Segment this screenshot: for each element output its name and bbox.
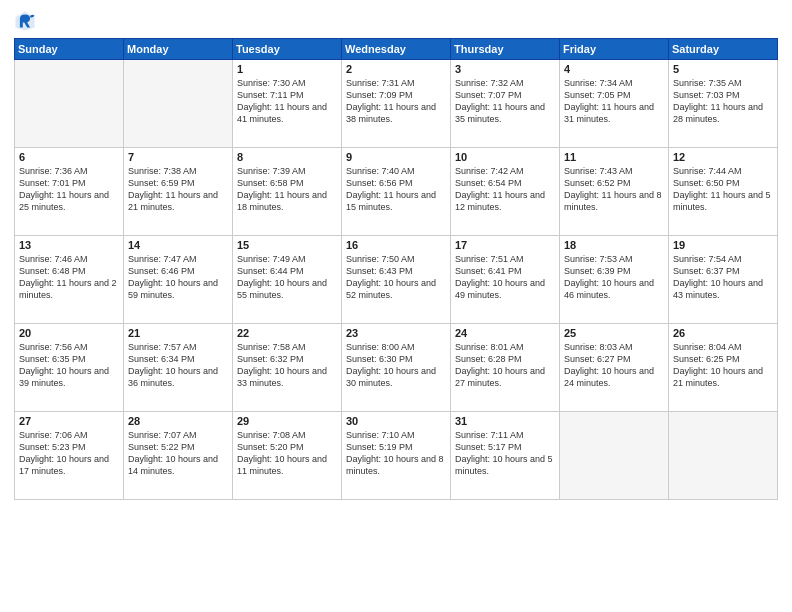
day-info: Sunrise: 7:31 AM Sunset: 7:09 PM Dayligh… <box>346 77 446 126</box>
day-cell: 16Sunrise: 7:50 AM Sunset: 6:43 PM Dayli… <box>342 236 451 324</box>
day-info: Sunrise: 7:30 AM Sunset: 7:11 PM Dayligh… <box>237 77 337 126</box>
day-number: 9 <box>346 151 446 163</box>
day-number: 23 <box>346 327 446 339</box>
day-info: Sunrise: 7:43 AM Sunset: 6:52 PM Dayligh… <box>564 165 664 214</box>
day-cell: 11Sunrise: 7:43 AM Sunset: 6:52 PM Dayli… <box>560 148 669 236</box>
day-cell: 3Sunrise: 7:32 AM Sunset: 7:07 PM Daylig… <box>451 60 560 148</box>
day-info: Sunrise: 7:50 AM Sunset: 6:43 PM Dayligh… <box>346 253 446 302</box>
logo <box>14 10 38 32</box>
day-cell: 17Sunrise: 7:51 AM Sunset: 6:41 PM Dayli… <box>451 236 560 324</box>
day-cell: 14Sunrise: 7:47 AM Sunset: 6:46 PM Dayli… <box>124 236 233 324</box>
day-number: 4 <box>564 63 664 75</box>
day-number: 16 <box>346 239 446 251</box>
day-cell: 2Sunrise: 7:31 AM Sunset: 7:09 PM Daylig… <box>342 60 451 148</box>
col-header-tuesday: Tuesday <box>233 39 342 60</box>
day-cell: 26Sunrise: 8:04 AM Sunset: 6:25 PM Dayli… <box>669 324 778 412</box>
day-cell: 9Sunrise: 7:40 AM Sunset: 6:56 PM Daylig… <box>342 148 451 236</box>
day-cell: 21Sunrise: 7:57 AM Sunset: 6:34 PM Dayli… <box>124 324 233 412</box>
day-number: 13 <box>19 239 119 251</box>
col-header-saturday: Saturday <box>669 39 778 60</box>
day-cell: 20Sunrise: 7:56 AM Sunset: 6:35 PM Dayli… <box>15 324 124 412</box>
day-cell: 15Sunrise: 7:49 AM Sunset: 6:44 PM Dayli… <box>233 236 342 324</box>
week-row-2: 6Sunrise: 7:36 AM Sunset: 7:01 PM Daylig… <box>15 148 778 236</box>
day-info: Sunrise: 7:40 AM Sunset: 6:56 PM Dayligh… <box>346 165 446 214</box>
day-cell: 13Sunrise: 7:46 AM Sunset: 6:48 PM Dayli… <box>15 236 124 324</box>
day-number: 24 <box>455 327 555 339</box>
page-container: SundayMondayTuesdayWednesdayThursdayFrid… <box>0 0 792 510</box>
day-cell: 31Sunrise: 7:11 AM Sunset: 5:17 PM Dayli… <box>451 412 560 500</box>
calendar: SundayMondayTuesdayWednesdayThursdayFrid… <box>14 38 778 500</box>
day-info: Sunrise: 7:47 AM Sunset: 6:46 PM Dayligh… <box>128 253 228 302</box>
day-info: Sunrise: 8:03 AM Sunset: 6:27 PM Dayligh… <box>564 341 664 390</box>
day-cell: 7Sunrise: 7:38 AM Sunset: 6:59 PM Daylig… <box>124 148 233 236</box>
day-number: 8 <box>237 151 337 163</box>
calendar-header-row: SundayMondayTuesdayWednesdayThursdayFrid… <box>15 39 778 60</box>
day-info: Sunrise: 7:08 AM Sunset: 5:20 PM Dayligh… <box>237 429 337 478</box>
week-row-5: 27Sunrise: 7:06 AM Sunset: 5:23 PM Dayli… <box>15 412 778 500</box>
col-header-sunday: Sunday <box>15 39 124 60</box>
day-cell: 25Sunrise: 8:03 AM Sunset: 6:27 PM Dayli… <box>560 324 669 412</box>
day-cell: 19Sunrise: 7:54 AM Sunset: 6:37 PM Dayli… <box>669 236 778 324</box>
day-cell: 22Sunrise: 7:58 AM Sunset: 6:32 PM Dayli… <box>233 324 342 412</box>
day-cell: 12Sunrise: 7:44 AM Sunset: 6:50 PM Dayli… <box>669 148 778 236</box>
day-number: 19 <box>673 239 773 251</box>
day-number: 27 <box>19 415 119 427</box>
day-info: Sunrise: 7:42 AM Sunset: 6:54 PM Dayligh… <box>455 165 555 214</box>
day-number: 30 <box>346 415 446 427</box>
day-info: Sunrise: 7:58 AM Sunset: 6:32 PM Dayligh… <box>237 341 337 390</box>
day-info: Sunrise: 7:35 AM Sunset: 7:03 PM Dayligh… <box>673 77 773 126</box>
day-info: Sunrise: 7:34 AM Sunset: 7:05 PM Dayligh… <box>564 77 664 126</box>
day-number: 21 <box>128 327 228 339</box>
day-info: Sunrise: 7:32 AM Sunset: 7:07 PM Dayligh… <box>455 77 555 126</box>
day-number: 7 <box>128 151 228 163</box>
day-info: Sunrise: 7:06 AM Sunset: 5:23 PM Dayligh… <box>19 429 119 478</box>
day-number: 15 <box>237 239 337 251</box>
day-cell: 4Sunrise: 7:34 AM Sunset: 7:05 PM Daylig… <box>560 60 669 148</box>
day-info: Sunrise: 7:57 AM Sunset: 6:34 PM Dayligh… <box>128 341 228 390</box>
day-number: 28 <box>128 415 228 427</box>
day-info: Sunrise: 7:51 AM Sunset: 6:41 PM Dayligh… <box>455 253 555 302</box>
logo-icon <box>14 10 36 32</box>
day-cell: 1Sunrise: 7:30 AM Sunset: 7:11 PM Daylig… <box>233 60 342 148</box>
day-cell: 5Sunrise: 7:35 AM Sunset: 7:03 PM Daylig… <box>669 60 778 148</box>
col-header-wednesday: Wednesday <box>342 39 451 60</box>
day-info: Sunrise: 7:10 AM Sunset: 5:19 PM Dayligh… <box>346 429 446 478</box>
day-number: 2 <box>346 63 446 75</box>
day-number: 11 <box>564 151 664 163</box>
day-info: Sunrise: 7:36 AM Sunset: 7:01 PM Dayligh… <box>19 165 119 214</box>
day-number: 25 <box>564 327 664 339</box>
day-number: 3 <box>455 63 555 75</box>
day-cell: 23Sunrise: 8:00 AM Sunset: 6:30 PM Dayli… <box>342 324 451 412</box>
day-number: 6 <box>19 151 119 163</box>
day-cell: 18Sunrise: 7:53 AM Sunset: 6:39 PM Dayli… <box>560 236 669 324</box>
day-info: Sunrise: 8:04 AM Sunset: 6:25 PM Dayligh… <box>673 341 773 390</box>
day-info: Sunrise: 7:46 AM Sunset: 6:48 PM Dayligh… <box>19 253 119 302</box>
day-cell: 28Sunrise: 7:07 AM Sunset: 5:22 PM Dayli… <box>124 412 233 500</box>
day-info: Sunrise: 8:00 AM Sunset: 6:30 PM Dayligh… <box>346 341 446 390</box>
day-cell: 8Sunrise: 7:39 AM Sunset: 6:58 PM Daylig… <box>233 148 342 236</box>
day-info: Sunrise: 7:11 AM Sunset: 5:17 PM Dayligh… <box>455 429 555 478</box>
day-info: Sunrise: 7:07 AM Sunset: 5:22 PM Dayligh… <box>128 429 228 478</box>
day-number: 29 <box>237 415 337 427</box>
day-cell: 6Sunrise: 7:36 AM Sunset: 7:01 PM Daylig… <box>15 148 124 236</box>
day-cell: 30Sunrise: 7:10 AM Sunset: 5:19 PM Dayli… <box>342 412 451 500</box>
day-number: 1 <box>237 63 337 75</box>
day-number: 20 <box>19 327 119 339</box>
day-number: 14 <box>128 239 228 251</box>
day-number: 10 <box>455 151 555 163</box>
week-row-1: 1Sunrise: 7:30 AM Sunset: 7:11 PM Daylig… <box>15 60 778 148</box>
col-header-friday: Friday <box>560 39 669 60</box>
day-number: 12 <box>673 151 773 163</box>
day-cell <box>15 60 124 148</box>
day-info: Sunrise: 7:39 AM Sunset: 6:58 PM Dayligh… <box>237 165 337 214</box>
week-row-3: 13Sunrise: 7:46 AM Sunset: 6:48 PM Dayli… <box>15 236 778 324</box>
day-cell: 29Sunrise: 7:08 AM Sunset: 5:20 PM Dayli… <box>233 412 342 500</box>
day-cell: 24Sunrise: 8:01 AM Sunset: 6:28 PM Dayli… <box>451 324 560 412</box>
day-info: Sunrise: 7:53 AM Sunset: 6:39 PM Dayligh… <box>564 253 664 302</box>
week-row-4: 20Sunrise: 7:56 AM Sunset: 6:35 PM Dayli… <box>15 324 778 412</box>
day-info: Sunrise: 7:49 AM Sunset: 6:44 PM Dayligh… <box>237 253 337 302</box>
day-number: 17 <box>455 239 555 251</box>
day-number: 5 <box>673 63 773 75</box>
col-header-monday: Monday <box>124 39 233 60</box>
day-info: Sunrise: 8:01 AM Sunset: 6:28 PM Dayligh… <box>455 341 555 390</box>
